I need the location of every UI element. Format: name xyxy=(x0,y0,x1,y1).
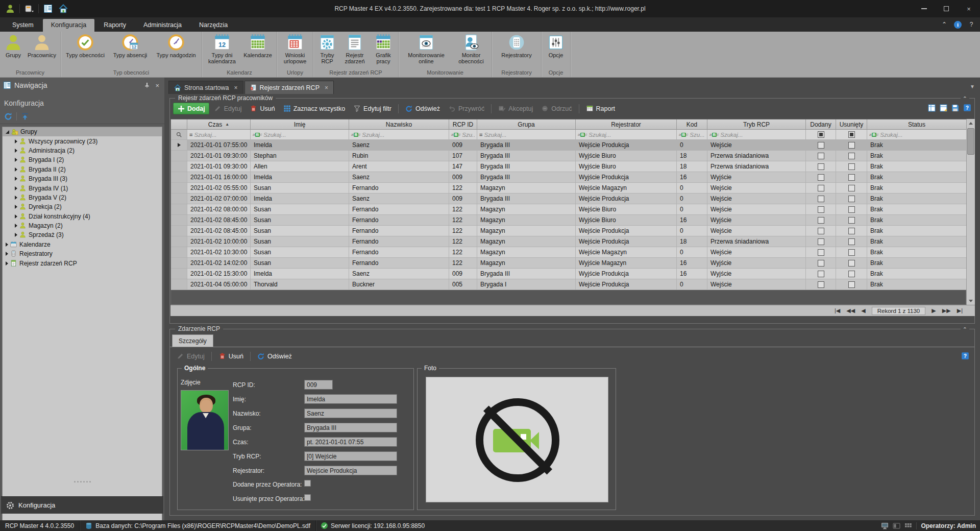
row-checkbox[interactable] xyxy=(818,185,824,191)
column-header-czas[interactable]: Czas▲ xyxy=(187,119,251,130)
tree-item-brygada-ii-2[interactable]: Brygada II (2) xyxy=(3,165,162,174)
expanded-icon[interactable] xyxy=(6,130,9,134)
ribbon-button-grafik-pracy[interactable]: Grafik pracy xyxy=(370,33,397,68)
collapsed-icon[interactable] xyxy=(15,186,17,190)
column-header-tryb-rcp[interactable]: Tryb RCP xyxy=(707,119,806,130)
filter-cell-rejestrator[interactable]: aBcSzukaj... xyxy=(576,130,677,140)
row-checkbox[interactable] xyxy=(848,228,855,234)
abc-filter-icon[interactable]: aBc xyxy=(578,133,587,137)
field-input-rejestrator[interactable] xyxy=(304,466,397,475)
table-row[interactable]: 2021-01-02 05:55:00SusanFernando122Magaz… xyxy=(171,183,966,194)
ribbon-button-monitor-obecnosci[interactable]: Monitor obecności xyxy=(452,33,490,68)
filter-cell-czas[interactable]: =Szukaj... xyxy=(187,130,251,140)
tab-rejestr-zdarzen-rcp[interactable]: Rejestr zdarzeń RCP× xyxy=(244,81,334,94)
filter-cell-imie[interactable]: aBcSzukaj... xyxy=(251,130,349,140)
abc-filter-icon[interactable]: aBc xyxy=(351,133,360,137)
row-checkbox[interactable] xyxy=(818,174,824,181)
collapsed-icon[interactable] xyxy=(15,177,17,181)
table-row[interactable]: 2021-01-04 05:00:00ThorvaldBuckner005Bry… xyxy=(171,279,966,290)
menu-tab-narzedzia[interactable]: Narzędzia xyxy=(191,19,236,32)
tab-szczegoly[interactable]: Szczegóły xyxy=(172,334,213,347)
filter-cell-kod[interactable]: aBcSzu... xyxy=(677,130,707,140)
row-checkbox[interactable] xyxy=(848,238,855,245)
help-icon[interactable]: ? xyxy=(967,20,976,29)
ribbon-button-wnioski-urlopowe[interactable]: Wnioski urlopowe xyxy=(279,33,311,68)
archive-menu-icon[interactable] xyxy=(23,3,35,15)
filter-cell-nazwisko[interactable]: aBcSzukaj... xyxy=(349,130,449,140)
monitor-icon[interactable] xyxy=(881,522,889,529)
panel-resize-handle[interactable] xyxy=(0,481,164,482)
tree-item-magazyn-2[interactable]: Magazyn (2) xyxy=(3,221,162,230)
odswiez-button[interactable]: Odśwież xyxy=(402,103,444,114)
collapsed-icon[interactable] xyxy=(15,196,17,200)
pager-prev-page-button[interactable]: ◀◀ xyxy=(844,307,857,315)
table-row[interactable]: 2021-01-01 07:55:00ImeldaSaenz009Brygada… xyxy=(171,140,966,151)
row-checkbox[interactable] xyxy=(818,238,824,245)
tree-item-kalendarze[interactable]: Kalendarze xyxy=(3,240,162,249)
maximize-button[interactable] xyxy=(935,0,958,17)
field-input-imie[interactable] xyxy=(304,394,397,404)
collapsed-icon[interactable] xyxy=(15,167,17,172)
odswiez-button[interactable]: Odśwież xyxy=(254,351,296,361)
minimize-button[interactable] xyxy=(913,0,935,17)
row-checkbox[interactable] xyxy=(818,142,824,149)
navigation-panel-icon[interactable] xyxy=(42,3,54,15)
grid-icon[interactable] xyxy=(904,522,912,529)
ribbon-button-rejestr-zdarzen[interactable]: Rejestr zdarzeń xyxy=(339,33,370,68)
column-header-dodany[interactable]: Dodany xyxy=(806,119,836,130)
home-icon[interactable] xyxy=(57,3,69,15)
filter-checkbox[interactable] xyxy=(848,131,855,138)
dodaj-button[interactable]: Dodaj xyxy=(173,103,209,114)
collapse-all-icon[interactable] xyxy=(21,112,29,120)
ribbon-button-typy-nadgodzin[interactable]: Typy nadgodzin xyxy=(152,33,200,68)
table-row[interactable]: 2021-01-02 08:45:00SusanFernando122Magaz… xyxy=(171,226,966,236)
tree-item-administracja-2[interactable]: Administracja (2) xyxy=(3,146,162,155)
column-header-usuniety[interactable]: Usunięty xyxy=(836,119,867,130)
tree-item-rejestr-zdarzen-rcp[interactable]: Rejestr zdarzeń RCP xyxy=(3,258,162,268)
filter-cell-usuniety[interactable] xyxy=(836,130,867,140)
close-button[interactable]: × xyxy=(958,0,980,17)
close-tab-icon[interactable]: × xyxy=(234,84,238,91)
field-input-czas[interactable] xyxy=(304,437,397,447)
collapse-ribbon-icon[interactable]: ⌃ xyxy=(940,20,949,29)
edytuj-filtr-button[interactable]: Edytuj filtr xyxy=(350,103,395,114)
tree-item-sprzedaz-3[interactable]: Sprzedaż (3) xyxy=(3,230,162,239)
row-indicator-header[interactable] xyxy=(171,119,187,130)
collapsed-icon[interactable] xyxy=(6,252,8,256)
ribbon-button-pracownicy[interactable]: Pracownicy xyxy=(25,33,59,68)
menu-tab-raporty[interactable]: Raporty xyxy=(95,19,134,32)
collapse-events-icon[interactable]: ⌃ xyxy=(961,95,969,102)
filter-cell-grupa[interactable]: =Szukaj... xyxy=(477,130,576,140)
collapse-detail-icon[interactable]: ⌃ xyxy=(961,326,969,333)
pager-first-button[interactable]: |◀ xyxy=(832,307,842,315)
table-scrollbar[interactable] xyxy=(966,119,975,305)
save-icon[interactable] xyxy=(951,104,959,112)
detail-help-icon[interactable]: ? xyxy=(961,352,969,360)
table-row[interactable]: 2021-01-02 10:30:00SusanFernando122Magaz… xyxy=(171,247,966,258)
table-row[interactable]: 2021-01-02 08:00:00SusanFernando122Magaz… xyxy=(171,204,966,215)
raport-button[interactable]: Raport xyxy=(582,103,619,114)
table-row[interactable]: 2021-01-02 10:00:00SusanFernando122Magaz… xyxy=(171,236,966,247)
ribbon-button-rejestratory[interactable]: Rejestratory xyxy=(494,33,540,68)
tab-strona-startowa[interactable]: Strona startowa× xyxy=(168,81,243,94)
ribbon-button-monitorowanie-online[interactable]: Monitorowanie online xyxy=(400,33,452,68)
menu-tab-konfiguracja[interactable]: Konfiguracja xyxy=(43,19,95,32)
abc-filter-icon[interactable]: aBc xyxy=(679,133,688,137)
filter-cell-status[interactable]: aBcSzukaj... xyxy=(867,130,967,140)
row-checkbox[interactable] xyxy=(818,249,824,256)
zaznacz-wszystko-button[interactable]: Zaznacz wszystko xyxy=(280,103,349,114)
collapsed-icon[interactable] xyxy=(15,139,17,143)
column-header-status[interactable]: Status xyxy=(867,119,967,130)
field-checkbox-usuniete-przez-operatora[interactable] xyxy=(304,494,311,501)
row-checkbox[interactable] xyxy=(818,206,824,213)
row-checkbox[interactable] xyxy=(848,142,855,149)
row-checkbox[interactable] xyxy=(818,271,824,277)
filter-cell-rcp-id[interactable]: aBcSzu... xyxy=(449,130,477,140)
row-checkbox[interactable] xyxy=(818,163,824,170)
ribbon-button-grupy[interactable]: Grupy xyxy=(2,33,25,68)
usun-button[interactable]: Usuń xyxy=(246,103,278,114)
row-checkbox[interactable] xyxy=(818,217,824,224)
equals-filter-icon[interactable]: = xyxy=(479,132,482,138)
tree-item-rejestratory[interactable]: Rejestratory xyxy=(3,249,162,258)
row-checkbox[interactable] xyxy=(848,217,855,224)
